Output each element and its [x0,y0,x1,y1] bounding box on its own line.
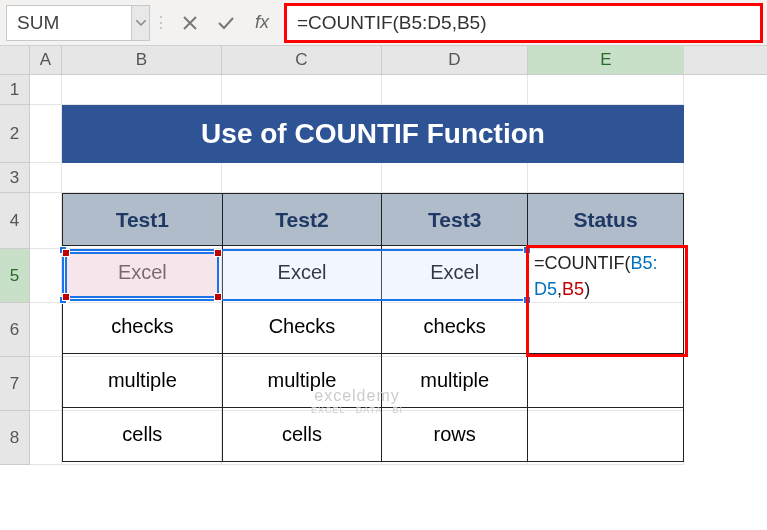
col-header-C[interactable]: C [222,46,382,74]
accept-formula-button[interactable] [208,5,244,41]
col-header-A[interactable]: A [30,46,62,74]
tok: B5: [631,253,658,273]
table-cell[interactable]: checks [63,300,223,354]
row-header[interactable]: 4 [0,193,30,249]
formula-cell[interactable]: =COUNTIF(B5: D5,B5) [528,246,684,354]
watermark: exceldemy EXCEL · DATA · BI [311,387,403,415]
table-cell[interactable]: multiple [382,354,528,408]
name-box-dropdown[interactable] [132,5,150,41]
formula-input[interactable]: =COUNTIF(B5:D5,B5) [286,5,761,41]
table-cell[interactable]: Checks [222,300,382,354]
row-header[interactable]: 2 [0,105,30,163]
spreadsheet-grid: A B C D E 1 2 3 4 5 6 7 8 Use of COUNT [0,46,767,465]
fx-button[interactable]: fx [244,5,280,41]
select-all-corner[interactable] [0,46,30,74]
row-header[interactable]: 6 [0,303,30,357]
formula-text: =COUNTIF(B5:D5,B5) [297,12,487,34]
table-cell[interactable]: Excel [222,246,382,300]
cancel-formula-button[interactable] [172,5,208,41]
table-header: Test1 [63,194,223,246]
watermark-main: exceldemy [311,387,403,405]
table-header: Status [528,194,684,246]
fx-icon: fx [255,12,269,33]
tok: =COUNTIF( [534,253,631,273]
table-cell[interactable] [528,408,684,462]
column-headers: A B C D E [0,46,767,75]
table-cell[interactable]: cells [222,408,382,462]
table-cell[interactable]: rows [382,408,528,462]
col-header-E[interactable]: E [528,46,684,74]
formula-bar: SUM ⋮ fx =COUNTIF(B5:D5,B5) [0,0,767,46]
col-header-D[interactable]: D [382,46,528,74]
tok: D5 [534,279,557,299]
table-cell[interactable]: checks [382,300,528,354]
page-title: Use of COUNTIF Function [62,105,684,163]
row-header[interactable]: 5 [0,249,30,303]
table-header: Test2 [222,194,382,246]
row-header[interactable]: 8 [0,411,30,465]
check-icon [217,15,235,31]
row-header[interactable]: 7 [0,357,30,411]
data-table: Test1 Test2 Test3 Status Excel Excel Exc… [62,193,684,462]
tok: B5 [562,279,584,299]
name-box[interactable]: SUM [6,5,132,41]
row-header[interactable]: 1 [0,75,30,105]
row-headers: 1 2 3 4 5 6 7 8 [0,75,30,465]
divider: ⋮ [156,5,166,41]
row-header[interactable]: 3 [0,163,30,193]
col-header-B[interactable]: B [62,46,222,74]
table-cell[interactable]: multiple [63,354,223,408]
watermark-sub: EXCEL · DATA · BI [311,405,403,415]
close-icon [182,15,198,31]
table-header: Test3 [382,194,528,246]
table-cell[interactable]: cells [63,408,223,462]
table-cell[interactable] [528,354,684,408]
chevron-down-icon [136,20,146,26]
table-cell[interactable]: Excel [382,246,528,300]
tok: ) [584,279,590,299]
cells-area[interactable]: Use of COUNTIF Function Test1 Test2 Test… [30,75,684,465]
table-cell[interactable]: Excel [63,246,223,300]
